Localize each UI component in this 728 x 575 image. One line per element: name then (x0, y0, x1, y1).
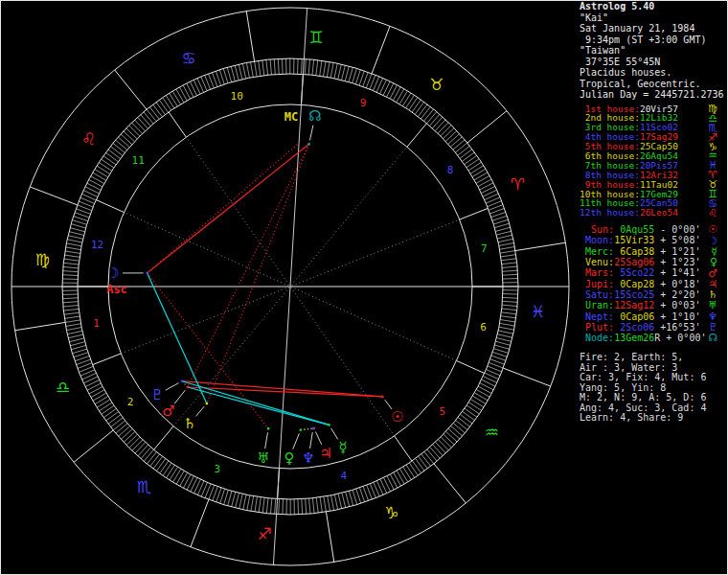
house-cusp-value: 26Leo54 (640, 208, 678, 218)
house-cusp-table: 1st house:20Vir57♍ 2nd house:12Lib32♎ 3r… (580, 104, 723, 218)
planet-label: Satu: (580, 289, 614, 300)
planet-position: 0Cap06 (614, 311, 654, 322)
planet-row: Jupi: 0Cap28+ 0°18'♃ (580, 279, 723, 289)
natal-chart-wheel: ♈♉♊♋♌♍♎♏♐♑♒♓123456789101112☉☽☿♀♂♃♄♅♆♇☊MC… (1, 1, 580, 575)
planet-label: Venu: (580, 257, 614, 267)
planet-label: Merc: (580, 246, 614, 257)
planet-position-table: Sun: 0Aqu55- 0°00'☉ Moon:15Vir33+ 5°08'☽… (580, 224, 723, 343)
leo-sign-icon: ♌ (708, 208, 717, 218)
svg-text:☊: ☊ (308, 107, 321, 125)
planet-latitude: + 1°21' (660, 246, 700, 257)
planet-latitude: + 0°03' (660, 300, 700, 310)
planet-position: 25Sag06 (614, 257, 654, 267)
svg-text:♆: ♆ (302, 449, 314, 467)
house-system: Placidus houses. (580, 67, 723, 79)
svg-text:1: 1 (93, 317, 100, 330)
svg-text:♑: ♑ (384, 503, 398, 522)
svg-text:♅: ♅ (257, 449, 269, 467)
zodiac-system: Tropical, Geocentric. (580, 79, 723, 90)
planet-position: 5Sco22 (614, 267, 654, 278)
chart-date: Sat January 21, 1984 (580, 23, 723, 34)
svg-text:♋: ♋ (181, 49, 195, 68)
astrolog-window: ♈♉♊♋♌♍♎♏♐♑♒♓123456789101112☉☽☿♀♂♃♄♅♆♇☊MC… (0, 0, 728, 575)
planet-position: 12Sag12 (614, 300, 654, 310)
svg-text:8: 8 (447, 164, 454, 176)
svg-text:11: 11 (132, 154, 145, 167)
svg-text:9: 9 (360, 97, 367, 109)
app-title: Astrolog 5.40 (580, 1, 723, 12)
planet-latitude: + 0°18' (660, 279, 700, 289)
planet-position: 2Sco06 (614, 322, 654, 333)
svg-text:4: 4 (340, 470, 347, 482)
planet-position: 15Vir33 (614, 235, 654, 245)
element-stats: Fire: 2, Earth: 5, Air : 3, Water: 3 Car… (580, 353, 723, 424)
svg-text:♌: ♌ (81, 129, 96, 149)
north-node-icon: ☊ (708, 333, 717, 343)
planet-label: Moon: (580, 235, 614, 245)
chart-coordinates: 37°35E 55°45N (580, 57, 723, 68)
planet-row: Sun: 0Aqu55- 0°00'☉ (580, 224, 723, 235)
planet-label: Node: (580, 333, 614, 343)
uranus-icon: ♅ (708, 300, 717, 310)
planet-row: Mars: 5Sco22+ 1°41'♂ (580, 267, 723, 278)
svg-text:10: 10 (231, 90, 243, 103)
svg-text:♉: ♉ (429, 75, 444, 94)
planet-label: Plut: (580, 322, 614, 333)
planet-row: Node:13Gem26R+ 0°00'☊ (580, 333, 723, 343)
chart-wheel-svg: ♈♉♊♋♌♍♎♏♐♑♒♓123456789101112☉☽☿♀♂♃♄♅♆♇☊MC… (1, 1, 580, 575)
svg-text:♃: ♃ (319, 445, 331, 462)
julian-day: Julian Day = 2445721.2736 (580, 89, 723, 101)
chart-name: "Kai" (580, 12, 723, 24)
planet-latitude: + 2°20' (660, 289, 700, 300)
chart-info-sidebar: Astrolog 5.40 "Kai" Sat January 21, 1984… (580, 1, 723, 424)
planet-label: Nept: (580, 311, 614, 322)
planet-label: Mars: (580, 267, 614, 278)
planet-latitude: + 0°00' (666, 333, 706, 343)
svg-text:☽: ☽ (106, 264, 119, 282)
planet-row: Uran:12Sag12+ 0°03'♅ (580, 300, 723, 310)
moon-icon: ☽ (708, 236, 717, 246)
planet-label: Uran: (580, 300, 614, 310)
planet-latitude: + 5°08' (660, 235, 700, 245)
svg-text:♇: ♇ (150, 386, 163, 403)
planet-row: Nept: 0Cap06+ 1°10'♆ (580, 311, 723, 322)
svg-text:MC: MC (284, 110, 298, 124)
planet-row: Merc: 6Cap38+ 1°21'☿ (580, 246, 723, 257)
planet-position: 15Sco25 (614, 289, 654, 300)
planet-position: 13Gem26 (614, 333, 654, 343)
svg-text:2: 2 (127, 396, 134, 408)
planet-row: Moon:15Vir33+ 5°08'☽ (580, 235, 723, 245)
svg-text:♏: ♏ (137, 477, 151, 496)
planet-label: Jupi: (580, 279, 614, 289)
stat-line: Learn: 4, Share: 9 (580, 413, 723, 424)
planet-position: 0Aqu55 (614, 224, 654, 235)
svg-text:♄: ♄ (183, 415, 195, 432)
house-row: 12th house:26Leo54♌ (580, 208, 723, 218)
planet-row: Satu:15Sco25+ 2°20'♄ (580, 289, 723, 300)
svg-text:♓: ♓ (531, 302, 545, 321)
svg-text:Asc: Asc (106, 283, 127, 296)
planet-latitude: +16°53' (660, 322, 700, 333)
svg-text:♀: ♀ (284, 449, 295, 467)
planet-row: Plut: 2Sco06+16°53'♇ (580, 322, 723, 333)
svg-text:♎: ♎ (56, 378, 70, 397)
mars-icon: ♂ (708, 268, 717, 279)
retrograde-flag: R (654, 333, 660, 343)
sun-icon: ☉ (708, 224, 717, 235)
svg-text:♊: ♊ (308, 28, 323, 47)
svg-text:♂: ♂ (162, 402, 174, 420)
svg-text:3: 3 (215, 463, 221, 475)
chart-time: 9:34pm (ST +3:00 GMT) (580, 34, 723, 46)
planet-latitude: - 0°00' (660, 224, 700, 235)
planet-latitude: + 1°23' (660, 257, 700, 267)
svg-text:♒: ♒ (485, 423, 499, 442)
svg-text:♍: ♍ (35, 250, 50, 269)
svg-text:♐: ♐ (257, 524, 271, 543)
venus-icon: ♀ (710, 257, 717, 267)
chart-location-name: "Taiwan" (580, 45, 723, 57)
svg-text:12: 12 (91, 239, 103, 251)
svg-text:♈: ♈ (511, 174, 525, 194)
planet-latitude: + 1°41' (660, 267, 700, 278)
svg-text:5: 5 (439, 405, 445, 418)
house-label: 12th house: (580, 208, 640, 218)
